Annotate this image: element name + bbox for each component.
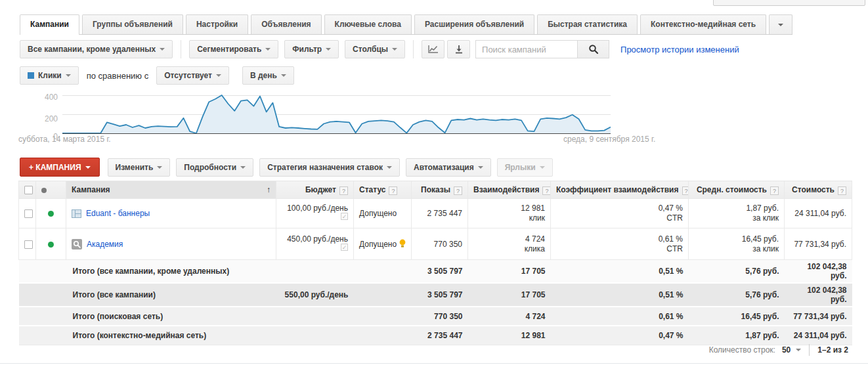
status-enabled-icon[interactable]: [48, 211, 54, 217]
rows-per-page-select[interactable]: 50: [782, 345, 801, 355]
header-avg-cost[interactable]: Средн. стоимость?: [689, 181, 785, 199]
help-icon[interactable]: ?: [682, 186, 689, 195]
x-axis-start-label: суббота, 14 марта 2015 г.: [18, 135, 111, 144]
header-cost[interactable]: Стоимость?: [785, 181, 852, 199]
toolbar-divider: [413, 40, 414, 58]
row-checkbox[interactable]: [24, 240, 33, 249]
help-icon[interactable]: ?: [770, 186, 779, 195]
header-status[interactable]: Статус?: [354, 181, 412, 199]
campaign-view-filter-dropdown[interactable]: Все кампании, кроме удаленных: [20, 40, 173, 58]
bid-strategy-dropdown[interactable]: Стратегия назначения ставок: [259, 158, 400, 177]
compare-with-label: по сравнению с: [87, 71, 148, 81]
y-tick-200: 200: [25, 114, 58, 123]
edit-label: Изменить: [116, 163, 154, 172]
line-chart-icon: [427, 45, 439, 54]
toggle-graph-button[interactable]: [422, 40, 445, 58]
tab-display-network[interactable]: Контекстно-медийная сеть: [640, 14, 766, 34]
tab-ads[interactable]: Объявления: [251, 14, 321, 34]
totals-label: Итого (все кампании, кроме удаленных): [19, 260, 276, 284]
automation-label: Автоматизация: [414, 163, 474, 172]
totals-row-all-campaigns: Итого (все кампании) 550,00 руб./день 3 …: [19, 283, 852, 307]
segment-dropdown[interactable]: Сегментировать: [189, 40, 278, 58]
toolbar: Все кампании, кроме удаленных Сегментиро…: [20, 40, 739, 58]
status-dot-header[interactable]: [36, 181, 66, 199]
chevron-down-icon: [281, 74, 286, 77]
tab-ad-extensions[interactable]: Расширения объявлений: [414, 14, 534, 34]
compare-metric-dropdown[interactable]: Отсутствует: [156, 66, 229, 85]
columns-dropdown[interactable]: Столбцы: [345, 40, 405, 58]
avg-cost-value: 1,87 руб.: [694, 204, 779, 213]
help-icon[interactable]: ?: [838, 186, 846, 195]
cost-value: 24 311,04 руб.: [785, 199, 852, 228]
new-campaign-button[interactable]: + КАМПАНИЯ: [20, 158, 100, 177]
budget-edit-icon[interactable]: ✓: [341, 213, 348, 220]
header-interaction-rate[interactable]: Коэффициент взаимодействия?: [551, 181, 689, 199]
segment-label: Сегментировать: [197, 45, 261, 54]
tab-campaigns[interactable]: Кампании: [20, 14, 79, 35]
impressions-value: 2 735 447: [412, 199, 468, 228]
tab-settings[interactable]: Настройки: [186, 14, 248, 34]
header-interactions[interactable]: Взаимодействия?: [468, 181, 551, 199]
campaign-search: [475, 40, 609, 58]
select-all-header[interactable]: [19, 181, 36, 199]
search-button[interactable]: [577, 40, 609, 58]
help-icon[interactable]: ?: [389, 186, 397, 195]
clicks-chart-svg: [62, 94, 611, 135]
table-header-row: Кампания ↑ Бюджет? Статус? Показы? Взаим…: [19, 181, 852, 199]
graph-controls: Клики по сравнению с Отсутствует В день: [20, 66, 294, 85]
table-action-bar: + КАМПАНИЯ Изменить Подробности Стратеги…: [20, 158, 553, 177]
chevron-down-icon: [265, 48, 271, 51]
tab-quick-stats[interactable]: Быстрая статистика: [537, 14, 638, 34]
page-bottom-border: [0, 363, 868, 364]
tab-more[interactable]: [769, 14, 792, 34]
date-range-box-fragment[interactable]: [713, 0, 865, 6]
campaign-link[interactable]: Академия: [87, 240, 123, 249]
cost-value: 77 731,34 руб.: [785, 228, 852, 260]
header-impressions[interactable]: Показы?: [412, 181, 468, 199]
chevron-down-icon: [778, 24, 783, 26]
totals-label: Итого (поисковая сеть): [19, 307, 276, 326]
help-icon[interactable]: ?: [542, 186, 550, 195]
download-button[interactable]: [447, 40, 470, 58]
compare-value-label: Отсутствует: [164, 71, 212, 80]
help-icon[interactable]: ?: [339, 186, 348, 195]
campaigns-table: Кампания ↑ Бюджет? Статус? Показы? Взаим…: [18, 181, 852, 345]
idea-bulb-icon[interactable]: [399, 239, 406, 248]
header-campaign[interactable]: Кампания ↑: [66, 181, 276, 199]
campaign-link[interactable]: Eduant - баннеры: [86, 209, 150, 218]
automation-dropdown[interactable]: Автоматизация: [406, 158, 491, 177]
help-icon[interactable]: ?: [454, 186, 462, 195]
status-enabled-icon[interactable]: [48, 242, 54, 248]
filter-label: Фильтр: [292, 45, 322, 54]
select-all-checkbox[interactable]: [24, 186, 33, 194]
sort-asc-icon: ↑: [267, 185, 271, 194]
edit-dropdown[interactable]: Изменить: [108, 158, 171, 177]
budget-edit-icon[interactable]: ✓: [341, 244, 348, 251]
metric-dropdown[interactable]: Клики: [20, 66, 79, 85]
totals-row-all-except-removed: Итого (все кампании, кроме удаленных) 3 …: [19, 260, 852, 284]
rate-value: 0,47 %: [556, 204, 683, 213]
interactions-value: 12 981: [473, 204, 545, 213]
tab-keywords[interactable]: Ключевые слова: [324, 14, 412, 34]
row-checkbox[interactable]: [24, 209, 33, 218]
granularity-dropdown[interactable]: В день: [242, 66, 294, 85]
chevron-down-icon: [216, 74, 221, 77]
totals-label: Итого (контекстно-медийная сеть): [19, 326, 276, 345]
avg-cost-value: 16,45 руб.: [694, 234, 779, 244]
details-dropdown[interactable]: Подробности: [176, 158, 253, 177]
metric-label: Клики: [38, 71, 62, 80]
labels-label: Ярлыки: [505, 163, 536, 172]
rate-unit: CTR: [556, 213, 683, 223]
chevron-down-icon: [540, 166, 545, 169]
tab-ad-groups[interactable]: Группы объявлений: [82, 14, 183, 34]
header-budget[interactable]: Бюджет?: [276, 181, 354, 199]
chevron-down-icon: [796, 349, 801, 351]
clicks-chart: 400 200 0 суббота, 14 марта 2015 г. сред…: [0, 91, 657, 150]
filter-dropdown[interactable]: Фильтр: [284, 40, 339, 58]
search-icon: [588, 44, 599, 54]
impressions-value: 770 350: [412, 228, 468, 260]
new-campaign-label: + КАМПАНИЯ: [29, 163, 81, 172]
change-history-link[interactable]: Просмотр истории изменений: [620, 45, 739, 54]
display-network-icon: [72, 209, 81, 218]
search-input[interactable]: [475, 40, 577, 58]
